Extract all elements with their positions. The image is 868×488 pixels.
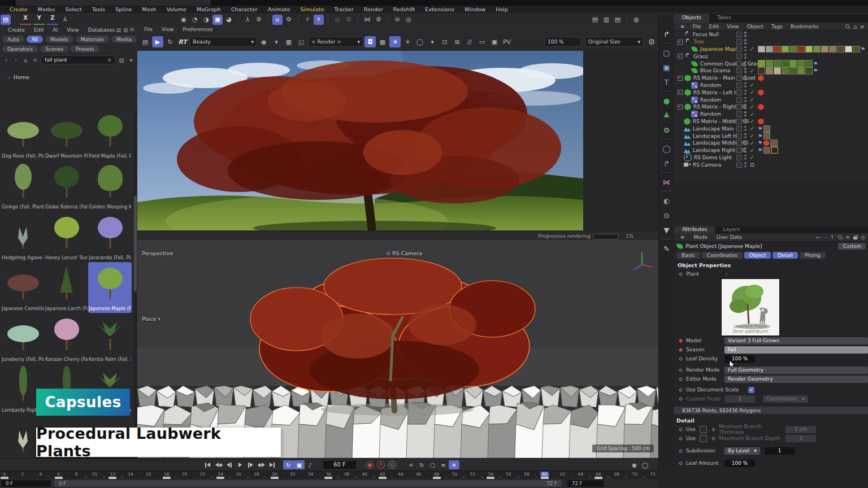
nav-add-icon[interactable]: +	[31, 57, 39, 63]
material-tag[interactable]	[782, 46, 789, 53]
history-forward-icon[interactable]: →	[823, 234, 828, 240]
timeline-tick-20[interactable]: 20	[182, 472, 188, 477]
menu-simulate[interactable]: Simulate	[296, 6, 329, 12]
filter-materials[interactable]: Materials	[76, 36, 109, 43]
quantize-icon[interactable]: ♯	[314, 15, 324, 25]
asset-tile-juneberry-fall-plant[interactable]: Juneberry (Fall, Plant)	[1, 313, 45, 364]
attr-filter-icon[interactable]: ≡	[846, 234, 850, 240]
document-tab[interactable]	[16, 0, 211, 6]
material-tag[interactable]	[766, 60, 773, 67]
visibility-dots-icon[interactable]	[744, 97, 747, 103]
model-tool-icon[interactable]: ↱	[661, 28, 673, 40]
spline-pen-icon[interactable]: ▢	[661, 46, 673, 59]
selected-texture-tag[interactable]	[771, 147, 779, 154]
pass-dropdown[interactable]: Beauty▾	[189, 37, 257, 47]
menu-tracker[interactable]: Tracker	[329, 6, 359, 12]
channel-caret-icon[interactable]: ▾	[271, 36, 282, 47]
simulation-icon[interactable]: ●	[661, 94, 673, 107]
custom-scale-field[interactable]: 1	[724, 395, 755, 403]
workplane-lock-icon[interactable]: ◎	[403, 15, 414, 25]
enabled-check-icon[interactable]: ✓	[749, 133, 756, 139]
redshift-tag-icon[interactable]	[758, 118, 764, 124]
material-tag[interactable]	[758, 67, 765, 75]
rv-menu-view[interactable]: View	[157, 27, 178, 32]
om-tab-takes[interactable]: Takes	[709, 14, 739, 23]
layer-square-icon[interactable]	[736, 75, 742, 81]
filter-presets[interactable]: Presets	[71, 45, 99, 53]
record-scale-icon[interactable]: ▢	[427, 460, 438, 469]
object-row-landscape-right-hill[interactable]: Landscape Right Hill✓⚑	[674, 147, 868, 154]
layer-square-icon[interactable]	[736, 162, 742, 168]
expand-toggle-icon[interactable]	[678, 90, 683, 95]
region-caret-icon[interactable]: ▾	[427, 36, 438, 47]
material-sphere-icon[interactable]: ◍	[631, 15, 641, 25]
timeline-tick-70[interactable]: 70	[632, 472, 637, 477]
points-mode-icon[interactable]: ◉	[179, 15, 189, 25]
enabled-check-icon[interactable]: ✓	[749, 154, 756, 160]
material-tag[interactable]	[797, 60, 805, 67]
menu-tools[interactable]: Tools	[87, 6, 110, 12]
goto-start-button[interactable]	[202, 460, 213, 469]
database-icon[interactable]: ▤	[118, 57, 125, 63]
enabled-check-icon[interactable]: ✓	[749, 97, 756, 103]
leaf-amount-field[interactable]: 100 %	[724, 460, 755, 467]
parent-icon[interactable]: ↑	[830, 234, 835, 240]
current-frame-field[interactable]: 60 F	[323, 461, 356, 469]
keyframe-selection-button[interactable]	[388, 461, 396, 469]
record-parameter-icon[interactable]: ≡	[438, 460, 449, 469]
lock-view-icon[interactable]: ◘	[364, 36, 376, 47]
camera-link-icon[interactable]: ⊡	[749, 162, 756, 168]
layer-square-icon[interactable]	[736, 90, 742, 95]
timeline-tick-14[interactable]: 14	[128, 472, 133, 477]
material-tag[interactable]	[782, 60, 789, 67]
asset-menu-edit[interactable]: Edit	[29, 27, 48, 33]
goto-end-button[interactable]	[267, 460, 277, 469]
object-row-blue-grama[interactable]: Blue Grama✓⚑	[674, 67, 868, 75]
object-row-random[interactable]: Random✓	[674, 96, 868, 103]
grid-icon[interactable]: ♯	[302, 15, 313, 25]
next-key-button[interactable]	[256, 460, 267, 469]
object-row-rs-camera[interactable]: RS Camera⊡	[674, 161, 868, 168]
expand-toggle-icon[interactable]	[678, 54, 683, 59]
om-filter-icon[interactable]: ≡	[860, 24, 865, 30]
custom-scale-unit-dropdown[interactable]: Centimeters▾	[763, 395, 808, 403]
menu-volume[interactable]: Volume	[161, 6, 191, 12]
timeline-tick-30[interactable]: 30	[272, 472, 277, 477]
timeline-tick-34[interactable]: 34	[308, 472, 314, 477]
timeline-tick-0[interactable]: 0	[3, 472, 6, 477]
visibility-dots-icon[interactable]	[744, 126, 747, 132]
tab-layers[interactable]: Layers	[715, 226, 748, 233]
prev-key-button[interactable]	[213, 460, 224, 469]
snapshot-icon[interactable]: ▭	[476, 36, 488, 47]
layer-square-icon[interactable]	[736, 61, 742, 67]
timeline-tick-46[interactable]: 46	[416, 472, 422, 477]
material-tag[interactable]	[766, 67, 773, 75]
season-dropdown[interactable]: Fall	[724, 346, 868, 354]
timeline-tick-16[interactable]: 16	[146, 472, 151, 477]
timeline-ruler[interactable]: 0246810121416182022242628303234363840424…	[0, 470, 658, 480]
layer-square-icon[interactable]	[736, 68, 742, 73]
subdivision-mode-dropdown[interactable]: By Level▾	[724, 447, 760, 455]
material-tag[interactable]	[837, 46, 844, 53]
zoom-field[interactable]: 100 %	[544, 37, 581, 47]
phong-tag-icon[interactable]: ⚑	[813, 68, 818, 73]
material-tag[interactable]	[766, 46, 773, 53]
nav-back-icon[interactable]: ‹	[2, 57, 10, 63]
timeline-tick-26[interactable]: 26	[236, 472, 241, 477]
material-tag[interactable]	[782, 67, 789, 75]
timeline-tick-18[interactable]: 18	[164, 472, 170, 477]
asset-menu-databases[interactable]: Databases	[84, 27, 120, 33]
next-frame-button[interactable]	[245, 460, 256, 469]
enabled-check-icon[interactable]: ✓	[749, 82, 756, 88]
solo-on-icon[interactable]: ◯	[640, 460, 650, 469]
visibility-dots-icon[interactable]	[744, 119, 747, 124]
camera-label[interactable]: ⊙ RS Camera	[386, 250, 422, 256]
material-tag[interactable]	[763, 125, 771, 133]
view-label[interactable]: Perspective	[142, 250, 173, 256]
material-tag[interactable]	[805, 46, 813, 53]
freeze-icon[interactable]: ✳	[389, 36, 401, 47]
primitive-cube-icon[interactable]: ▣	[661, 61, 673, 73]
om-search-icon[interactable]	[845, 24, 850, 29]
timeline-tick-66[interactable]: 66	[596, 472, 602, 477]
visibility-dots-icon[interactable]	[744, 90, 747, 95]
